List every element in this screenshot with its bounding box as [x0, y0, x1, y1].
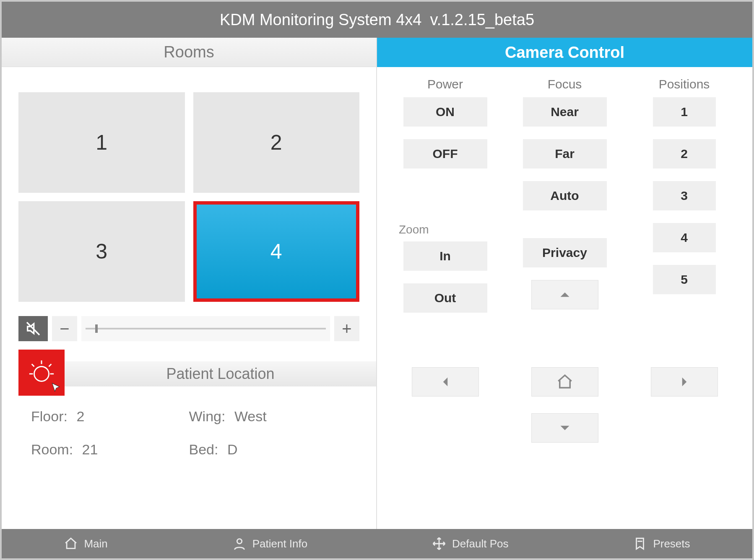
move-icon — [432, 537, 446, 551]
focus-far-button[interactable]: Far — [523, 139, 607, 169]
app-title: KDM Monitoring System 4x4 — [220, 11, 422, 29]
patient-location-title: Patient Location — [65, 361, 376, 386]
plus-icon: + — [342, 319, 351, 338]
chevron-up-icon — [556, 286, 574, 303]
volume-track — [86, 328, 326, 329]
room-button-4[interactable]: 4 — [193, 201, 360, 302]
bed-value: D — [227, 441, 238, 457]
volume-slider[interactable] — [81, 316, 330, 341]
patient-location-header-row: Patient Location — [2, 350, 376, 396]
volume-thumb[interactable] — [95, 324, 98, 333]
power-column: Power ON OFF Zoom In Out — [394, 77, 497, 325]
camera-control-body: Power ON OFF Zoom In Out Focus Near Far … — [377, 67, 752, 457]
nav-patient-info[interactable]: Patient Info — [232, 537, 308, 551]
floor-field: Floor: 2 — [31, 408, 189, 425]
home-icon — [556, 373, 574, 391]
volume-row: − + — [2, 310, 376, 347]
room-value: 21 — [82, 441, 98, 457]
svg-line-4 — [49, 364, 52, 367]
room-field: Room: 21 — [31, 441, 189, 458]
focus-title: Focus — [548, 77, 582, 91]
position-5-button[interactable]: 5 — [653, 265, 716, 294]
power-off-button[interactable]: OFF — [403, 139, 487, 169]
title-bar: KDM Monitoring System 4x4 v.1.2.15_beta5 — [2, 2, 752, 38]
nav-presets[interactable]: Presets — [633, 537, 690, 551]
bed-field: Bed: D — [189, 441, 347, 458]
positions-title: Positions — [659, 77, 710, 91]
wing-value: West — [234, 408, 267, 424]
position-1-button[interactable]: 1 — [653, 97, 716, 127]
svg-line-3 — [32, 364, 34, 367]
privacy-button[interactable]: Privacy — [523, 238, 607, 267]
camera-dpad — [394, 321, 736, 447]
power-title: Power — [427, 77, 463, 91]
bottom-nav: Main Patient Info Default Pos Presets — [2, 529, 752, 558]
room-label: Room: — [31, 441, 73, 457]
home-icon — [64, 537, 78, 551]
floor-value: 2 — [76, 408, 84, 424]
wing-label: Wing: — [189, 408, 226, 424]
floor-label: Floor: — [31, 408, 68, 424]
patient-location-grid: Floor: 2 Wing: West Room: 21 Bed: D — [2, 396, 376, 458]
rooms-grid: 1 2 3 4 — [2, 67, 376, 310]
nav-main[interactable]: Main — [64, 537, 107, 551]
room-button-1[interactable]: 1 — [18, 92, 185, 193]
svg-point-1 — [34, 366, 49, 381]
room-button-2[interactable]: 2 — [193, 92, 360, 193]
chevron-down-icon — [556, 419, 574, 437]
nav-default-pos-label: Default Pos — [452, 537, 508, 550]
power-on-button[interactable]: ON — [403, 97, 487, 127]
alert-button[interactable] — [18, 350, 65, 396]
nav-default-pos[interactable]: Default Pos — [432, 537, 508, 551]
chevron-left-icon — [437, 373, 454, 391]
minus-icon: − — [60, 319, 69, 338]
nav-patient-info-label: Patient Info — [252, 537, 308, 550]
focus-column: Focus Near Far Auto Privacy — [513, 77, 616, 325]
chevron-right-icon — [676, 373, 693, 391]
rooms-panel: Rooms 1 2 3 4 − — [2, 38, 377, 529]
pan-left-button[interactable] — [412, 367, 479, 397]
room-label: 2 — [270, 130, 282, 155]
rooms-header: Rooms — [2, 38, 376, 67]
bookmark-icon — [633, 537, 647, 551]
nav-main-label: Main — [84, 537, 107, 550]
pan-up-button[interactable] — [531, 280, 598, 309]
zoom-out-button[interactable]: Out — [403, 283, 487, 313]
volume-up-button[interactable]: + — [334, 316, 359, 341]
app-frame: KDM Monitoring System 4x4 v.1.2.15_beta5… — [0, 0, 754, 560]
cursor-icon — [50, 382, 61, 393]
position-2-button[interactable]: 2 — [653, 139, 716, 169]
app-version: v.1.2.15_beta5 — [430, 11, 534, 29]
position-4-button[interactable]: 4 — [653, 223, 716, 252]
camera-control-panel: Camera Control Power ON OFF Zoom In Out … — [377, 38, 752, 529]
positions-column: Positions 1 2 3 4 5 — [633, 77, 736, 325]
content-area: Rooms 1 2 3 4 − — [2, 38, 752, 529]
wing-field: Wing: West — [189, 408, 347, 425]
nav-presets-label: Presets — [653, 537, 690, 550]
volume-down-button[interactable]: − — [52, 316, 77, 341]
room-label: 3 — [96, 239, 107, 264]
position-3-button[interactable]: 3 — [653, 181, 716, 210]
person-icon — [232, 537, 247, 551]
pan-down-button[interactable] — [531, 413, 598, 443]
zoom-label: Zoom — [399, 223, 429, 236]
svg-point-7 — [237, 539, 242, 544]
camera-control-header: Camera Control — [377, 38, 752, 67]
bed-label: Bed: — [189, 441, 218, 457]
zoom-in-button[interactable]: In — [403, 241, 487, 271]
room-button-3[interactable]: 3 — [18, 201, 185, 302]
focus-near-button[interactable]: Near — [523, 97, 607, 127]
speaker-muted-icon — [25, 320, 42, 337]
mute-button[interactable] — [18, 316, 48, 341]
focus-auto-button[interactable]: Auto — [523, 181, 607, 210]
home-position-button[interactable] — [531, 367, 598, 397]
room-label: 4 — [270, 239, 282, 264]
room-label: 1 — [96, 130, 107, 155]
pan-right-button[interactable] — [651, 367, 718, 397]
